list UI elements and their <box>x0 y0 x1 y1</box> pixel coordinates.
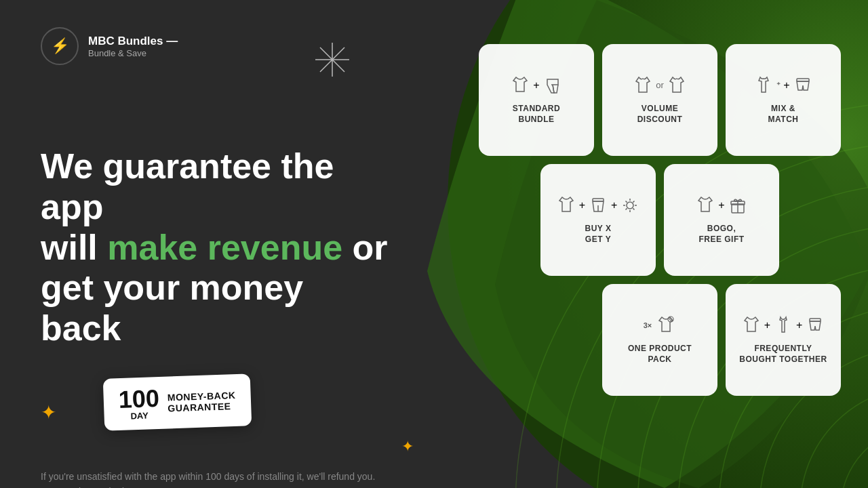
badge-line2: GUARANTEE <box>167 400 236 413</box>
badge-text: MONEY-BACK GUARANTEE <box>167 389 237 413</box>
standard-bundle-icon: + <box>510 75 562 96</box>
sparkle-right: ✦ <box>401 438 414 455</box>
card-frequently-bought: + + FREQUENTLYBOUGHT TOGETHER <box>726 284 841 396</box>
card-mix-match-label: MIX &MATCH <box>768 104 799 125</box>
cards-row-2: + + BUY XGET Y <box>479 164 841 276</box>
guarantee-badge: 100 DAY MONEY-BACK GUARANTEE <box>103 373 252 431</box>
bogo-icon: + <box>695 195 747 216</box>
mix-match-icon: ⁺ + <box>753 75 812 96</box>
headline: We guarantee the app will make revenue o… <box>41 146 393 349</box>
plus-icon: + <box>533 79 539 92</box>
three-x: 3× <box>644 321 652 329</box>
volume-discount-icon: or <box>633 75 687 96</box>
star-decoration <box>312 39 353 83</box>
badge-area: ✦ 100 DAY MONEY-BACK GUARANTEE ✦ <box>41 376 393 449</box>
card-buy-x-get-y-label: BUY XGET Y <box>585 224 612 245</box>
cards-container: + STANDARDBUNDLE or <box>479 44 841 396</box>
logo-title: MBC Bundles — <box>88 35 178 48</box>
logo-text: MBC Bundles — Bundle & Save <box>88 35 178 58</box>
badge-days: 100 <box>118 386 159 412</box>
card-one-product-pack-label: ONE PRODUCTPACK <box>628 344 692 365</box>
logo-circle: ⚡ <box>41 27 79 65</box>
card-mix-match: ⁺ + MIX &MATCH <box>726 44 841 156</box>
frequently-bought-icon: + + <box>741 315 826 336</box>
logo-icon: ⚡ <box>51 37 69 55</box>
footer-text: If you're unsatisfied with the app withi… <box>41 469 380 488</box>
cards-row-3: 3× ONE PRODUCTPACK + <box>479 284 841 396</box>
card-one-product-pack: 3× ONE PRODUCTPACK <box>602 284 717 396</box>
badge-day-label: DAY <box>130 411 149 420</box>
cards-row-1: + STANDARDBUNDLE or <box>479 44 841 156</box>
card-volume-discount-label: VOLUMEDISCOUNT <box>637 104 683 125</box>
x-badge: ⁺ <box>776 81 781 89</box>
card-volume-discount: or VOLUMEDISCOUNT <box>602 44 717 156</box>
plus-icon-2: + <box>783 79 789 92</box>
or-text: or <box>656 80 664 90</box>
card-buy-x-get-y: + + BUY XGET Y <box>540 164 656 276</box>
svg-point-17 <box>627 202 633 209</box>
card-bogo: + BOGO,FREE GIFT <box>664 164 779 276</box>
sparkle-left: ✦ <box>41 401 56 424</box>
headline-line1: We guarantee the app <box>41 146 393 228</box>
logo-subtitle: Bundle & Save <box>88 48 178 58</box>
card-standard-bundle-label: STANDARDBUNDLE <box>513 104 560 125</box>
headline-line3: get your money back <box>41 268 393 349</box>
one-product-pack-icon: 3× <box>644 315 677 336</box>
card-bogo-label: BOGO,FREE GIFT <box>698 224 744 245</box>
card-standard-bundle: + STANDARDBUNDLE <box>479 44 594 156</box>
headline-line2: will make revenue or <box>41 228 393 268</box>
svg-point-21 <box>670 318 672 320</box>
left-panel: ⚡ MBC Bundles — Bundle & Save We guarant… <box>0 0 434 488</box>
buy-x-get-y-icon: + + <box>556 195 641 216</box>
card-frequently-bought-label: FREQUENTLYBOUGHT TOGETHER <box>739 344 827 365</box>
